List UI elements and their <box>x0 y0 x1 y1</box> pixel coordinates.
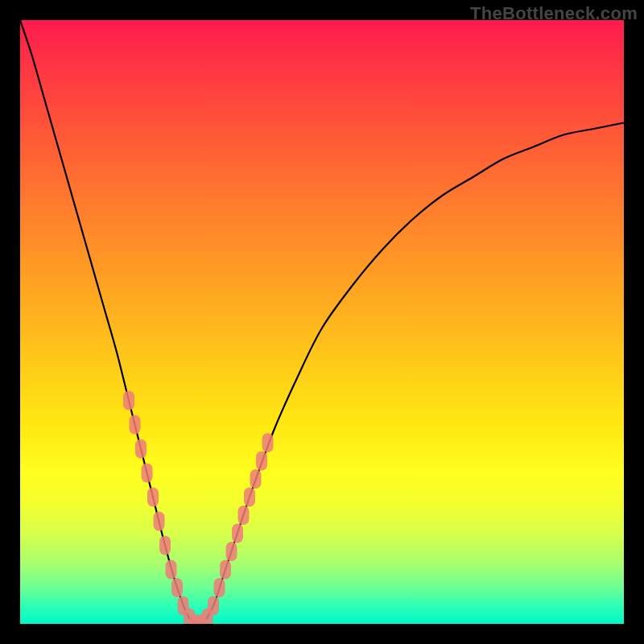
bottleneck-curve <box>20 20 624 624</box>
watermark-text: TheBottleneck.com <box>470 3 638 24</box>
curve-marker <box>171 578 183 597</box>
curve-marker <box>262 433 274 452</box>
curve-marker <box>232 524 243 543</box>
curve-marker <box>159 536 171 555</box>
curve-marker <box>130 415 141 435</box>
curve-marker <box>214 578 225 597</box>
curve-markers <box>123 391 274 625</box>
curve-marker <box>135 440 147 459</box>
curve-marker <box>154 512 165 531</box>
curve-marker <box>226 542 237 561</box>
curve-marker <box>123 391 134 411</box>
curve-marker <box>142 464 153 483</box>
curve-marker <box>208 597 219 616</box>
curve-marker <box>220 560 231 580</box>
plot-area <box>20 20 624 624</box>
chart-canvas: TheBottleneck.com <box>0 0 644 644</box>
curve-marker <box>147 488 159 507</box>
curve-marker <box>166 560 177 580</box>
curve-marker <box>256 452 267 471</box>
curve-marker <box>238 506 250 525</box>
chart-svg <box>20 20 624 624</box>
curve-marker <box>244 488 255 507</box>
curve-marker <box>250 469 262 489</box>
